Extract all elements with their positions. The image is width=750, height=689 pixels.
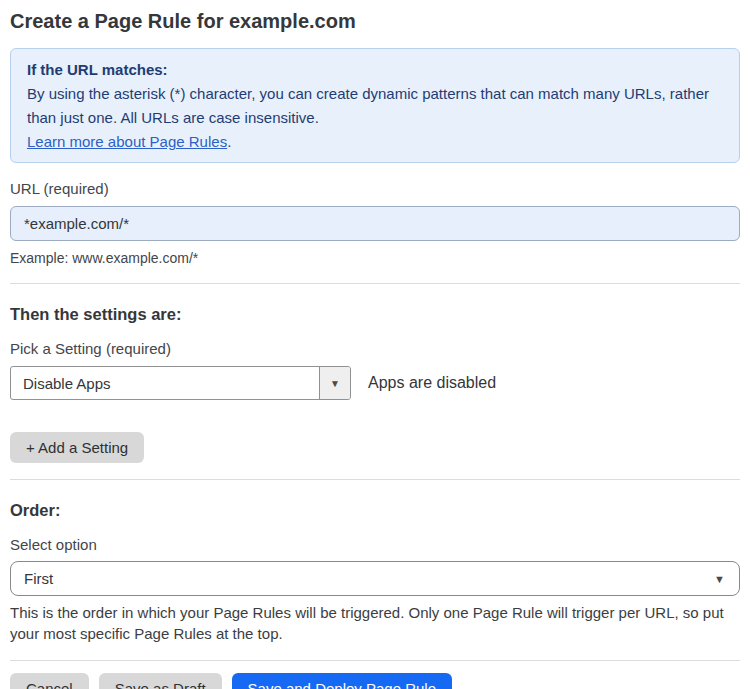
page-rule-form: Create a Page Rule for example.com If th… xyxy=(0,8,750,689)
url-input[interactable] xyxy=(10,206,740,241)
action-button-row: Cancel Save as Draft Save and Deploy Pag… xyxy=(10,673,740,689)
order-select-value: First xyxy=(24,570,53,587)
order-select[interactable]: First ▼ xyxy=(10,561,740,596)
setting-dropdown-arrow-button[interactable]: ▼ xyxy=(319,367,350,399)
order-section-heading: Order: xyxy=(10,501,740,519)
order-select-label: Select option xyxy=(10,537,740,553)
cancel-button[interactable]: Cancel xyxy=(10,673,89,689)
divider xyxy=(10,283,740,284)
save-as-draft-button[interactable]: Save as Draft xyxy=(99,673,222,689)
url-field-label: URL (required) xyxy=(10,181,740,197)
learn-more-link[interactable]: Learn more about Page Rules xyxy=(27,133,227,150)
info-box-body: By using the asterisk (*) character, you… xyxy=(27,82,723,130)
setting-status-text: Apps are disabled xyxy=(368,374,496,392)
pick-setting-label: Pick a Setting (required) xyxy=(10,341,740,357)
setting-dropdown-value: Disable Apps xyxy=(11,367,319,399)
link-period: . xyxy=(227,133,231,150)
settings-section-heading: Then the settings are: xyxy=(10,305,740,323)
info-box-heading: If the URL matches: xyxy=(27,58,723,82)
chevron-down-icon: ▼ xyxy=(714,573,725,585)
url-example-helper: Example: www.example.com/* xyxy=(10,249,740,267)
setting-dropdown[interactable]: Disable Apps ▼ xyxy=(10,366,351,400)
order-helper-text: This is the order in which your Page Rul… xyxy=(10,602,734,644)
divider xyxy=(10,479,740,480)
save-and-deploy-button[interactable]: Save and Deploy Page Rule xyxy=(232,673,452,689)
setting-row: Disable Apps ▼ Apps are disabled xyxy=(10,366,740,400)
info-box-link-line: Learn more about Page Rules. xyxy=(27,130,723,154)
url-match-info-box: If the URL matches: By using the asteris… xyxy=(10,48,740,163)
chevron-down-icon: ▼ xyxy=(330,378,340,389)
page-title: Create a Page Rule for example.com xyxy=(10,8,740,34)
divider xyxy=(10,660,740,661)
add-setting-button[interactable]: + Add a Setting xyxy=(10,432,144,463)
